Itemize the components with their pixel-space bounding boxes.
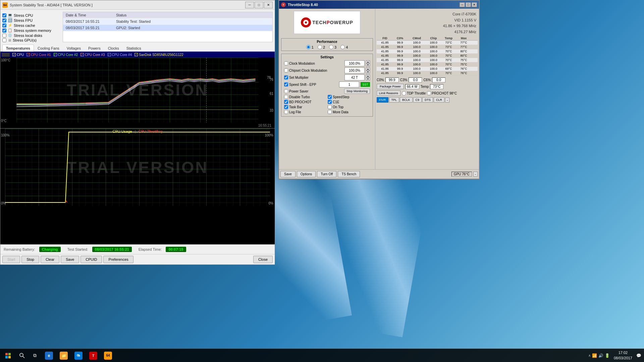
sst-button[interactable]: SST (361, 82, 370, 87)
aida64-taskbar-button[interactable]: 64 (101, 349, 115, 362)
clear-button[interactable]: Clear (41, 256, 59, 263)
task-bar-checkbox[interactable] (284, 105, 288, 109)
tab-cooling-fans[interactable]: Cooling Fans (34, 45, 63, 52)
stop-monitoring-button[interactable]: Stop Monitoring (344, 88, 370, 94)
stress-fpu-checkbox[interactable] (2, 18, 6, 22)
aida64-close-button[interactable]: ✕ (264, 2, 273, 8)
cpuid-button[interactable]: CPUID (80, 256, 102, 263)
task-view-button[interactable]: ⧉ (28, 349, 42, 362)
disable-turbo-check[interactable]: Disable Turbo (284, 95, 326, 99)
minus-button-1[interactable]: - (445, 98, 449, 103)
ts-save-button[interactable]: Save (280, 171, 296, 177)
stress-cpu-checkbox[interactable] (2, 13, 6, 17)
explorer-taskbar-button[interactable]: 📁 (56, 349, 71, 362)
set-multiplier-up[interactable]: ▲ (366, 74, 370, 77)
cmod-1: 100.0 (408, 41, 426, 44)
set-multiplier-down[interactable]: ▼ (366, 77, 370, 80)
speedstep-check[interactable]: SpeedStep (328, 95, 370, 99)
chipset-clock-mod-check[interactable]: Chipset Clock Modulation (284, 68, 343, 72)
c9-button[interactable]: C9 (413, 97, 422, 103)
throttlestop-maximize[interactable]: □ (466, 2, 471, 7)
fivr-button[interactable]: FIVR (377, 97, 388, 103)
tab-voltages[interactable]: Voltages (63, 45, 85, 52)
aida64-maximize-button[interactable]: □ (255, 2, 263, 8)
disable-turbo-checkbox[interactable] (284, 95, 288, 99)
perf-radio-1[interactable]: 1 (306, 45, 314, 49)
temp-7: 69°C (441, 67, 456, 70)
clock-mod-up[interactable]: ▲ (366, 60, 370, 63)
prochot-check[interactable]: PROCHOT 98°C (427, 91, 457, 95)
tdp-throttle-check[interactable]: TDP Throttle (402, 91, 426, 96)
clock-mod-down[interactable]: ▼ (366, 63, 370, 66)
taskbar-tray: ∧ 📶 🔊 🔋 17:02 08/03/2017 💬 (588, 350, 644, 361)
throttlestop-close[interactable]: ✕ (472, 2, 477, 7)
speed-shift-input[interactable] (339, 81, 359, 87)
package-power-button[interactable]: Package Power (377, 84, 404, 89)
ts-turnoff-button[interactable]: Turn Off (317, 171, 336, 177)
start-button[interactable]: Start (2, 256, 20, 263)
tab-powers[interactable]: Powers (85, 45, 104, 52)
save-button[interactable]: Save (61, 256, 79, 263)
limit-reasons-button[interactable]: Limit Reasons (377, 90, 400, 96)
chipset-clock-mod-checkbox[interactable] (284, 68, 288, 72)
on-top-checkbox[interactable] (328, 105, 332, 109)
throttlestop-minimize[interactable]: ─ (460, 2, 465, 7)
store-taskbar-button[interactable]: 🛍 (71, 349, 86, 362)
bclk-button[interactable]: BCLK (400, 97, 413, 103)
tab-clocks[interactable]: Clocks (104, 45, 123, 52)
tpl-button[interactable]: TPL (389, 97, 399, 103)
clock-mod-input[interactable] (344, 60, 365, 66)
speed-shift-checkbox[interactable] (284, 82, 288, 86)
stress-cache-checkbox[interactable] (2, 23, 6, 27)
more-data-check[interactable]: More Data (328, 110, 370, 114)
tdp-throttle-radio[interactable] (402, 91, 406, 96)
stress-memory-checkbox[interactable] (2, 28, 6, 33)
perf-radio-4[interactable]: 4 (340, 45, 348, 49)
chipset-clock-mod-input[interactable] (344, 67, 365, 73)
log-file-checkbox[interactable] (284, 110, 288, 114)
tab-temperatures[interactable]: Temperatures (2, 45, 34, 52)
on-top-check[interactable]: On Top (328, 105, 370, 109)
c1e-checkbox[interactable] (328, 100, 332, 104)
preferences-button[interactable]: Preferences (103, 256, 133, 263)
more-data-checkbox[interactable] (328, 110, 332, 114)
stress-disks-checkbox[interactable] (2, 34, 6, 38)
taskbar-clock[interactable]: 17:02 08/03/2017 (611, 350, 635, 361)
close-button[interactable]: Close (253, 256, 273, 263)
task-bar-check[interactable]: Task Bar (284, 105, 326, 109)
perf-radio-3[interactable]: 3 (329, 45, 336, 49)
set-multiplier-checkbox[interactable] (284, 75, 288, 79)
prochot-checkbox[interactable] (427, 91, 431, 95)
edge-taskbar-button[interactable]: e (42, 349, 56, 362)
power-saver-check[interactable]: Power Saver (284, 89, 343, 93)
throttlestop-taskbar-button[interactable]: T (86, 349, 101, 362)
search-button-taskbar[interactable] (16, 349, 28, 362)
speedstep-checkbox[interactable] (328, 95, 332, 99)
dts-button[interactable]: DTS (422, 97, 433, 103)
bd-prochot-checkbox[interactable] (284, 100, 288, 104)
ts-options-button[interactable]: Options (297, 171, 316, 177)
power-saver-checkbox[interactable] (284, 89, 288, 93)
set-multiplier-check[interactable]: Set Multiplier (284, 75, 343, 79)
stop-button[interactable]: Stop (21, 256, 39, 263)
gpu-minus-button[interactable]: - (473, 172, 478, 177)
tray-chevron[interactable]: ∧ (588, 354, 591, 357)
tab-statistics[interactable]: Statistics (123, 45, 145, 52)
clock-mod-check[interactable]: Clock Modulation (284, 61, 343, 65)
ts-bench-button[interactable]: TS Bench (338, 171, 360, 177)
tray-notification-icon[interactable]: 💬 (636, 353, 641, 358)
log-file-check[interactable]: Log File (284, 110, 326, 114)
speed-shift-check[interactable]: Speed Shift - EPP (284, 82, 338, 86)
set-multiplier-input[interactable] (344, 74, 365, 80)
aida64-minimize-button[interactable]: ─ (245, 2, 254, 8)
perf-radio-2[interactable]: 2 (318, 45, 325, 49)
bd-prochot-check[interactable]: BD PROCHOT (284, 100, 326, 104)
c0-1: 99.9 (392, 41, 408, 44)
chipset-clock-mod-down[interactable]: ▼ (366, 70, 370, 73)
stress-gpu-checkbox[interactable] (2, 38, 6, 42)
start-button-taskbar[interactable] (0, 349, 16, 362)
chipset-clock-mod-up[interactable]: ▲ (366, 67, 370, 70)
clock-mod-checkbox[interactable] (284, 61, 288, 65)
clr-button[interactable]: CLR (434, 97, 444, 103)
c1e-check[interactable]: C1E (328, 100, 370, 104)
